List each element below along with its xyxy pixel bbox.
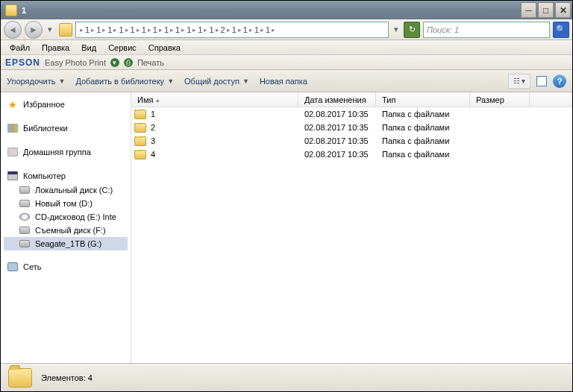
refresh-button[interactable]: ↻ <box>404 22 420 38</box>
file-list[interactable]: 102.08.2017 10:35Папка с файлами202.08.2… <box>131 107 572 363</box>
back-button[interactable]: ◄ <box>4 21 22 39</box>
chevron-right-icon[interactable]: ▸ <box>102 26 106 34</box>
sidebar-network[interactable]: Сеть <box>4 259 128 274</box>
chevron-right-icon[interactable]: ▸ <box>204 26 207 34</box>
file-row[interactable]: 102.08.2017 10:35Папка с файлами <box>131 107 572 121</box>
disk-icon <box>19 225 31 235</box>
chevron-right-icon[interactable]: ▸ <box>249 26 253 34</box>
epson-app-label: Easy Photo Print <box>45 58 106 67</box>
breadcrumb-segment[interactable]: 1 <box>107 25 112 34</box>
share-button[interactable]: Общий доступ ▼ <box>184 77 249 86</box>
breadcrumb-segment[interactable]: 1 <box>131 25 135 34</box>
column-type[interactable]: Тип <box>376 92 470 107</box>
sidebar-libraries[interactable]: Библиотеки <box>4 121 128 136</box>
print-icon[interactable]: ⎙ <box>124 58 133 67</box>
breadcrumb-segment[interactable]: 1 <box>85 25 90 34</box>
file-name: 4 <box>151 150 155 159</box>
file-date: 02.08.2017 10:35 <box>298 123 376 132</box>
forward-button[interactable]: ► <box>25 21 43 39</box>
address-bar[interactable]: ▸1▸1▸1▸1▸1▸1▸1▸1▸1▸1▸1▸1▸2▸1▸1▸1▸1▸ <box>75 22 389 38</box>
help-button[interactable]: ? <box>553 75 566 88</box>
file-row[interactable]: 402.08.2017 10:35Папка с файлами <box>131 148 572 161</box>
breadcrumb-segment[interactable]: 1 <box>153 25 157 34</box>
chevron-right-icon[interactable]: ▸ <box>260 26 264 34</box>
breadcrumb-segment[interactable]: 2 <box>221 25 225 34</box>
breadcrumb-segment[interactable]: 1 <box>198 25 202 34</box>
preview-pane-button[interactable] <box>536 76 547 86</box>
computer-label: Компьютер <box>23 171 66 180</box>
epson-print-label[interactable]: Печать <box>137 58 164 67</box>
search-input[interactable]: Поиск: 1 <box>423 22 550 38</box>
new-folder-button[interactable]: Новая папка <box>260 77 307 86</box>
breadcrumb-segment[interactable]: 1 <box>142 25 146 34</box>
view-mode-button[interactable]: ☷ ▾ <box>508 74 530 89</box>
history-dropdown[interactable]: ▾ <box>46 21 54 39</box>
chevron-right-icon[interactable]: ▸ <box>238 26 242 34</box>
chevron-right-icon[interactable]: ▸ <box>91 26 95 34</box>
menu-вид[interactable]: Вид <box>75 42 102 54</box>
col-date-label: Дата изменения <box>304 95 366 104</box>
sidebar-drive[interactable]: Локальный диск (C:) <box>4 183 128 197</box>
status-bar: Элементов: 4 <box>1 363 572 391</box>
column-extra[interactable] <box>530 92 572 107</box>
menu-файл[interactable]: Файл <box>4 42 36 54</box>
file-type: Папка с файлами <box>376 136 470 145</box>
sidebar-computer[interactable]: Компьютер <box>4 168 128 183</box>
breadcrumb-segment[interactable]: 1 <box>119 25 123 34</box>
file-row[interactable]: 202.08.2017 10:35Папка с файлами <box>131 121 572 134</box>
chevron-right-icon[interactable]: ▸ <box>113 26 117 34</box>
chevron-right-icon[interactable]: ▸ <box>80 26 84 34</box>
menu-правка[interactable]: Правка <box>36 42 75 54</box>
libraries-icon <box>7 123 19 133</box>
breadcrumb-segment[interactable]: 1 <box>96 25 101 34</box>
breadcrumb-segment[interactable]: 1 <box>164 25 169 34</box>
chevron-right-icon[interactable]: ▸ <box>181 26 185 34</box>
breadcrumb-segment[interactable]: 1 <box>175 25 180 34</box>
breadcrumb-segment[interactable]: 1 <box>254 25 259 34</box>
sidebar-favorites[interactable]: ★ Избранное <box>4 97 128 112</box>
breadcrumb-segment[interactable]: 1 <box>209 25 213 34</box>
menu-сервис[interactable]: Сервис <box>102 42 143 54</box>
breadcrumb-segment[interactable]: 1 <box>187 25 191 34</box>
breadcrumb-segment[interactable]: 1 <box>243 25 248 34</box>
chevron-right-icon[interactable]: ▸ <box>159 26 163 34</box>
chevron-right-icon[interactable]: ▸ <box>137 26 140 34</box>
sort-asc-icon: ▴ <box>156 96 160 104</box>
maximize-button[interactable]: □ <box>538 2 554 18</box>
column-name[interactable]: Имя ▴ <box>131 92 298 107</box>
chevron-right-icon[interactable]: ▸ <box>216 26 219 34</box>
sidebar-drive[interactable]: Съемный диск (F:) <box>4 224 128 237</box>
breadcrumb-segment[interactable]: 1 <box>266 25 270 34</box>
sidebar-drive[interactable]: Новый том (D:) <box>4 197 128 210</box>
search-button[interactable]: 🔍 <box>553 22 569 38</box>
breadcrumb-segment[interactable]: 1 <box>232 25 237 34</box>
chevron-right-icon[interactable]: ▸ <box>148 26 151 34</box>
chevron-right-icon[interactable]: ▸ <box>227 26 231 34</box>
chevron-right-icon[interactable]: ▸ <box>125 26 129 34</box>
disk-icon <box>19 212 31 222</box>
close-button[interactable]: ✕ <box>555 2 571 18</box>
file-row[interactable]: 302.08.2017 10:35Папка с файлами <box>131 134 572 148</box>
epson-dropdown-icon[interactable]: ▾ <box>110 58 119 67</box>
folder-icon <box>59 23 72 37</box>
column-size[interactable]: Размер <box>470 92 530 107</box>
file-date: 02.08.2017 10:35 <box>298 150 376 159</box>
address-dropdown[interactable]: ▾ <box>392 21 401 39</box>
add-to-library-button[interactable]: Добавить в библиотеку ▼ <box>75 77 174 86</box>
sidebar-homegroup[interactable]: Домашняя группа <box>4 145 128 159</box>
chevron-right-icon[interactable]: ▸ <box>272 26 275 34</box>
minimize-button[interactable]: ─ <box>521 2 536 18</box>
drive-label: Новый том (D:) <box>35 199 93 208</box>
sidebar-drive[interactable]: Seagate_1TB (G:) <box>4 237 128 250</box>
file-name: 3 <box>151 136 155 145</box>
chevron-right-icon[interactable]: ▸ <box>170 26 174 34</box>
chevron-right-icon[interactable]: ▸ <box>192 26 196 34</box>
menu-справка[interactable]: Справка <box>143 42 187 54</box>
search-placeholder: Поиск: 1 <box>427 25 546 34</box>
main-area: ★ Избранное Библиотеки Домашняя группа К… <box>1 92 572 363</box>
sidebar: ★ Избранное Библиотеки Домашняя группа К… <box>1 92 131 363</box>
organize-button[interactable]: Упорядочить ▼ <box>7 77 65 86</box>
folder-icon <box>134 110 146 119</box>
sidebar-drive[interactable]: CD-дисковод (E:) Inte <box>4 210 128 224</box>
column-date[interactable]: Дата изменения <box>298 92 376 107</box>
